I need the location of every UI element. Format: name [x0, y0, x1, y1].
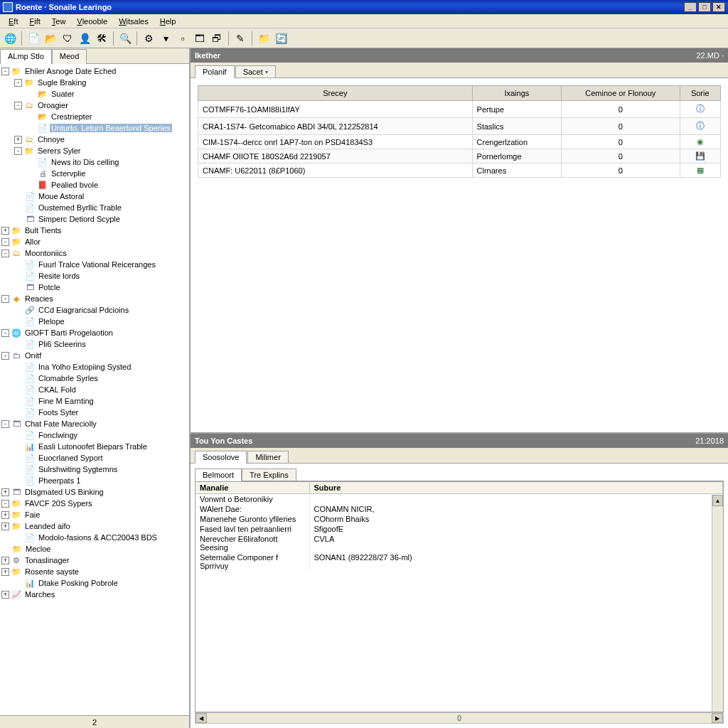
- expander-icon[interactable]: -: [14, 102, 22, 109]
- prop-header[interactable]: Manalie: [196, 482, 309, 494]
- tree-item-14[interactable]: +📁Bult Tients: [0, 225, 189, 236]
- inner-tab-1[interactable]: Tre Explins: [242, 469, 296, 481]
- tree-item-32[interactable]: 📄Fonclwingy: [0, 429, 189, 441]
- menu-witsales[interactable]: Witsales: [113, 16, 154, 27]
- menu-help[interactable]: Help: [154, 16, 182, 27]
- table-row[interactable]: CHAMF OIIOTE 180S2A6d 2219057Pornerlomge…: [198, 149, 721, 164]
- expander-icon[interactable]: -: [14, 79, 22, 87]
- tree-item-46[interactable]: +📈Marches: [0, 589, 189, 600]
- tree-item-9[interactable]: 🖨Sctervplie: [0, 168, 189, 179]
- tree-item-43[interactable]: +⚙Tonaslinager: [0, 555, 189, 566]
- sidebar-tab-1[interactable]: ALmp Stlo: [0, 49, 52, 64]
- prop-row[interactable]: Nerevcher E6lirafonott SeesingCVLA: [196, 534, 723, 552]
- tree-item-6[interactable]: +🗂Chnoye: [0, 134, 189, 145]
- scroll-left-button[interactable]: ◀: [196, 713, 207, 723]
- expander-icon[interactable]: +: [14, 136, 22, 144]
- lower-tab-1[interactable]: Milimer: [247, 451, 288, 464]
- expander-icon[interactable]: -: [1, 352, 9, 360]
- tree-item-19[interactable]: 🗔Potcle: [0, 282, 189, 293]
- expander-icon[interactable]: -: [1, 238, 9, 246]
- tree-item-37[interactable]: +🗔DIsgmated US Binking: [0, 486, 189, 498]
- user-icon[interactable]: 👤: [77, 31, 92, 46]
- tree-item-12[interactable]: 📄Oustemed Byrllic Trable: [0, 202, 189, 213]
- tree-view[interactable]: -📁Ehiler Asnoge Date Eched-📁Sugle Brakin…: [0, 64, 189, 715]
- prop-header[interactable]: Subure: [309, 482, 723, 494]
- column-header[interactable]: Ixaings: [472, 86, 562, 101]
- tree-item-38[interactable]: -📁FAVCF 20S Sypers: [0, 498, 189, 509]
- expander-icon[interactable]: +: [1, 557, 9, 564]
- info-icon[interactable]: ⓘ: [696, 104, 705, 114]
- scroll-up-button[interactable]: ▲: [712, 495, 723, 506]
- column-header[interactable]: Srecey: [198, 86, 473, 101]
- edit-icon[interactable]: ✎: [233, 31, 247, 46]
- tree-item-2[interactable]: 📂Suater: [0, 88, 189, 100]
- shield-icon[interactable]: 🛡: [60, 31, 75, 46]
- expander-icon[interactable]: +: [1, 227, 9, 235]
- prop-row[interactable]: Manenehe Guronto yfileriesCOhorm Bhaiks: [196, 514, 723, 524]
- menu-tew[interactable]: Tew: [46, 16, 72, 27]
- scroll-right-button[interactable]: ▶: [712, 713, 723, 723]
- tool-icon[interactable]: 🛠: [95, 31, 109, 46]
- refresh-icon[interactable]: 🔄: [274, 31, 288, 46]
- menu-fift[interactable]: Fift: [23, 16, 46, 27]
- dropdown-icon[interactable]: ▾: [159, 31, 173, 46]
- folder-icon[interactable]: 📁: [257, 31, 271, 46]
- expander-icon[interactable]: +: [1, 523, 9, 530]
- search-icon[interactable]: 🔍: [118, 31, 132, 46]
- open-icon[interactable]: 📂: [43, 31, 58, 46]
- tree-item-8[interactable]: 📄News ito Dis celling: [0, 156, 189, 168]
- expander-icon[interactable]: -: [14, 147, 22, 155]
- blank-icon[interactable]: ▫: [176, 31, 190, 46]
- upper-tab-0[interactable]: Polanif: [195, 65, 235, 78]
- table-row[interactable]: CNAMF: U622011 (8£P1060)Clrnares0▦: [198, 164, 721, 178]
- table-row[interactable]: COTMFF76-1OAMI88i1IfAYPertupe0ⓘ: [198, 101, 721, 118]
- tree-item-41[interactable]: 📄Modolo-fasions & ACC20043 BDS: [0, 532, 189, 543]
- tree-item-18[interactable]: 📄Resite lords: [0, 270, 189, 282]
- tree-item-29[interactable]: 📄Fine M Earnting: [0, 395, 189, 407]
- maximize-button[interactable]: □: [698, 2, 711, 12]
- column-header[interactable]: Sorie: [680, 86, 720, 101]
- expander-icon[interactable]: +: [1, 488, 9, 496]
- tree-item-42[interactable]: 📁Mecloe: [0, 543, 189, 555]
- tree-item-3[interactable]: -🗂Oroagier: [0, 100, 189, 111]
- window-icon[interactable]: 🗔: [193, 31, 207, 46]
- tree-item-15[interactable]: -📁Allor: [0, 236, 189, 247]
- new-icon[interactable]: 📄: [26, 31, 41, 46]
- table-row[interactable]: CRA1-1S74- Getcomabico ABDI 34/0L 212252…: [198, 118, 721, 135]
- expander-icon[interactable]: +: [1, 511, 9, 519]
- minimize-button[interactable]: _: [684, 2, 697, 12]
- tree-item-33[interactable]: 📊Easli Lutonoofet Biepars Trable: [0, 441, 189, 452]
- menu-eft[interactable]: Eft: [3, 16, 23, 27]
- horizontal-scrollbar[interactable]: ◀ 0 ▶: [195, 712, 724, 724]
- tree-item-0[interactable]: -📁Ehiler Asnoge Date Eched: [0, 65, 189, 77]
- expander-icon[interactable]: -: [1, 68, 9, 75]
- tree-item-11[interactable]: 📄Moue Astoral: [0, 191, 189, 202]
- tree-item-34[interactable]: 📄Euocrlaned Syport: [0, 452, 189, 464]
- tree-item-13[interactable]: 🗔Simperc Detiord Scyple: [0, 213, 189, 225]
- inner-tab-0[interactable]: Belmoort: [195, 469, 242, 481]
- prop-row[interactable]: Fased lavl ten pelraanlierriSfigoofE: [196, 524, 723, 534]
- tree-item-16[interactable]: -🗂Moontoniics: [0, 247, 189, 259]
- tree-item-45[interactable]: 📊Dtake Posking Pobrole: [0, 577, 189, 589]
- tree-item-44[interactable]: +📁Rosente sayste: [0, 566, 189, 577]
- window2-icon[interactable]: 🗗: [210, 31, 224, 46]
- tree-item-17[interactable]: 📄Fuurl Tralce Vational Reiceranges: [0, 259, 189, 270]
- tree-item-26[interactable]: 📄Ina Yolho Extopiing Systed: [0, 361, 189, 373]
- close-button[interactable]: ✕: [712, 2, 725, 12]
- tree-item-10[interactable]: 📕Pealied bvole: [0, 179, 189, 191]
- expander-icon[interactable]: +: [1, 568, 9, 576]
- tree-item-23[interactable]: -🌐GIOFT Barti Progelaotion: [0, 327, 189, 338]
- save-icon[interactable]: 💾: [695, 151, 705, 160]
- upper-tab-1[interactable]: Sacet▾: [235, 65, 276, 78]
- tree-item-39[interactable]: +📁Faie: [0, 509, 189, 520]
- expander-icon[interactable]: -: [1, 250, 9, 257]
- column-header[interactable]: Ceminoe or Flonouy: [562, 86, 680, 101]
- tree-item-36[interactable]: 📄Pheerpats 1: [0, 475, 189, 486]
- expander-icon[interactable]: -: [1, 295, 9, 303]
- prop-row[interactable]: Vonwnt o Betoronikiy: [196, 494, 723, 505]
- info-icon[interactable]: ⓘ: [696, 121, 705, 131]
- soft-icon[interactable]: ◉: [697, 137, 704, 146]
- menu-vleooble[interactable]: Vleooble: [71, 16, 113, 27]
- vertical-scrollbar[interactable]: ▲: [712, 495, 723, 712]
- expander-icon[interactable]: +: [1, 591, 9, 599]
